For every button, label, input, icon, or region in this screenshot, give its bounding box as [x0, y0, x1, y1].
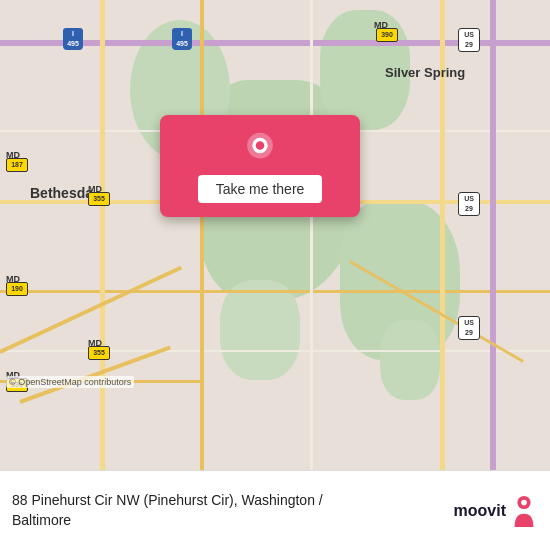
- shield-us29-bot: US 29: [458, 316, 480, 340]
- address-line1: 88 Pinehurst Cir NW (Pinehurst Cir), Was…: [12, 492, 323, 508]
- road-v4: [310, 0, 313, 470]
- shield-md187: 187: [6, 158, 28, 172]
- city-label-bethesda: Bethesda: [30, 185, 93, 201]
- take-me-there-button[interactable]: Take me there: [198, 175, 323, 203]
- shield-md355-top: 355: [88, 192, 110, 206]
- label-md4: MD: [88, 184, 102, 194]
- shield-md355-bot: 355: [88, 346, 110, 360]
- bottom-bar: 88 Pinehurst Cir NW (Pinehurst Cir), Was…: [0, 470, 550, 550]
- moovit-logo: moovit: [454, 495, 538, 527]
- svg-point-4: [521, 499, 527, 505]
- road-v1: [100, 0, 105, 470]
- park-area-5: [380, 320, 440, 400]
- svg-point-2: [256, 141, 265, 150]
- shield-md190: 190: [6, 282, 28, 296]
- map-container: Bethesda Silver Spring I 495 I 495 US 29…: [0, 0, 550, 470]
- location-pin-icon: [242, 131, 278, 167]
- shield-i495-right: I 495: [172, 28, 192, 50]
- map-popup: Take me there: [160, 115, 360, 217]
- road-h6: [0, 350, 550, 352]
- label-md5: MD: [88, 338, 102, 348]
- address-line2: Baltimore: [12, 512, 71, 528]
- road-v3: [200, 0, 204, 470]
- copyright-text: © OpenStreetMap contributors: [6, 376, 134, 388]
- road-h3: [0, 290, 550, 293]
- city-label-silver-spring: Silver Spring: [385, 65, 465, 80]
- shield-i495-left: I 495: [63, 28, 83, 50]
- moovit-brand-icon: [510, 495, 538, 527]
- label-md6: MD: [374, 20, 388, 30]
- shield-md390: 390: [376, 28, 398, 42]
- shield-us29-mid: US 29: [458, 192, 480, 216]
- park-area-3: [220, 280, 300, 380]
- road-v5: [490, 0, 496, 470]
- label-md: MD: [6, 150, 20, 160]
- moovit-text: moovit: [454, 502, 506, 520]
- address-text: 88 Pinehurst Cir NW (Pinehurst Cir), Was…: [12, 491, 444, 530]
- shield-us29-top: US 29: [458, 28, 480, 52]
- label-md2: MD: [6, 274, 20, 284]
